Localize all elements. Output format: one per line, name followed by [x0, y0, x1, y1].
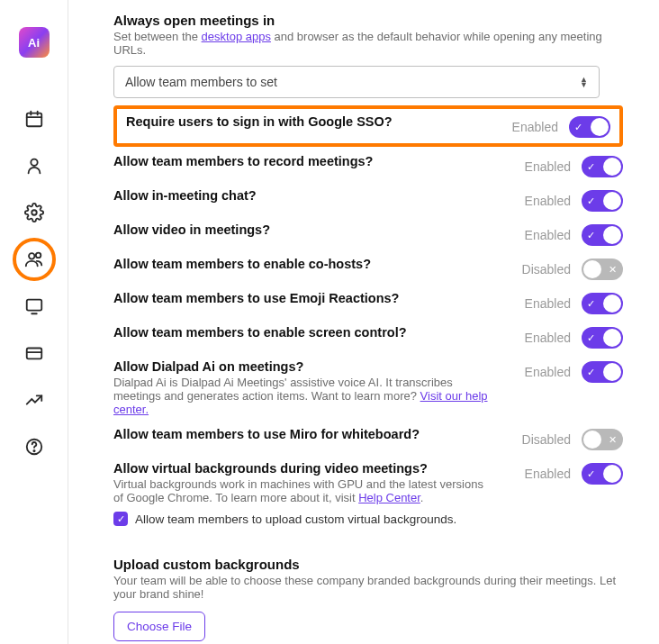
toggle-vbg[interactable]: ✓	[582, 463, 623, 485]
toggle-knob	[603, 295, 621, 313]
setting-row-record: Allow team members to record meetings?En…	[113, 149, 623, 183]
setting-left: Allow video in meetings?	[113, 222, 270, 237]
chevron-updown-icon: ▲▼	[580, 77, 588, 87]
toggle-record[interactable]: ✓	[582, 156, 623, 177]
setting-title-emoji: Allow team members to use Emoji Reaction…	[113, 291, 399, 305]
desktop-apps-link[interactable]: desktop apps	[202, 30, 271, 43]
setting-left: Allow virtual backgrounds during video m…	[113, 461, 492, 526]
toggle-knob	[603, 226, 621, 244]
setting-left: Allow in-meeting chat?	[113, 188, 257, 203]
setting-title-ai: Allow Dialpad Ai on meetings?	[113, 359, 492, 374]
card-icon[interactable]	[13, 331, 56, 375]
monitor-icon[interactable]	[13, 285, 56, 328]
setting-right: Enabled✓	[525, 325, 623, 349]
setting-right: Enabled✓	[525, 154, 623, 177]
user-icon[interactable]	[13, 144, 56, 187]
toggle-knob	[583, 260, 601, 278]
setting-right: Disabled✕	[522, 427, 623, 450]
status-text-emoji: Enabled	[525, 296, 571, 311]
svg-rect-10	[26, 349, 41, 359]
toggle-emoji[interactable]: ✓	[582, 293, 623, 314]
setting-title-chat: Allow in-meeting chat?	[113, 188, 257, 203]
check-icon: ✓	[574, 116, 582, 138]
x-icon: ✕	[609, 429, 617, 450]
setting-right: Enabled✓	[525, 188, 623, 212]
toggle-sso[interactable]: ✓	[569, 116, 610, 138]
toggle-video[interactable]: ✓	[582, 224, 623, 246]
check-icon: ✓	[587, 293, 595, 314]
setting-title-vbg: Allow virtual backgrounds during video m…	[113, 461, 492, 476]
upload-section: Upload custom backgrounds Your team will…	[113, 557, 623, 641]
setting-title-video: Allow video in meetings?	[113, 222, 270, 237]
setting-right: Enabled✓	[525, 222, 623, 246]
settings-list: Require users to sign in with Google SSO…	[113, 105, 623, 531]
highlight-sso: Require users to sign in with Google SSO…	[113, 105, 623, 147]
setting-left: Allow team members to enable co-hosts?	[113, 257, 371, 271]
setting-right: Enabled✓	[525, 461, 623, 485]
always-open-subtitle: Set between the desktop apps and browser…	[113, 30, 623, 57]
status-text-ai: Enabled	[525, 365, 571, 379]
setting-title-miro: Allow team members to use Miro for white…	[113, 427, 420, 441]
status-text-cohosts: Disabled	[522, 262, 571, 277]
toggle-miro[interactable]: ✕	[582, 429, 623, 450]
check-icon: ✓	[587, 190, 595, 212]
users-icon[interactable]	[13, 238, 56, 281]
setting-left: Allow Dialpad Ai on meetings?Dialpad Ai …	[113, 359, 492, 416]
toggle-knob	[603, 363, 621, 381]
setting-right: Enabled✓	[512, 114, 610, 138]
setting-desc-vbg: Virtual backgrounds work in machines wit…	[113, 477, 492, 504]
subtitle-pre: Set between the	[113, 30, 202, 43]
setting-right: Disabled✕	[522, 257, 623, 280]
svg-rect-0	[26, 113, 41, 127]
check-icon: ✓	[587, 224, 595, 246]
toggle-screencontrol[interactable]: ✓	[582, 327, 623, 349]
setting-title-cohosts: Allow team members to enable co-hosts?	[113, 257, 371, 271]
status-text-miro: Disabled	[522, 432, 571, 447]
setting-title-record: Allow team members to record meetings?	[113, 154, 373, 168]
setting-desc-ai: Dialpad Ai is Dialpad Ai Meetings' assis…	[113, 376, 492, 416]
setting-left: Allow team members to enable screen cont…	[113, 325, 407, 340]
sidebar: Ai	[0, 0, 68, 644]
app-logo: Ai	[19, 27, 50, 58]
always-open-title: Always open meetings in	[113, 13, 623, 28]
toggle-ai[interactable]: ✓	[582, 361, 623, 383]
check-icon: ✓	[587, 327, 595, 349]
toggle-knob	[583, 431, 601, 449]
select-value: Allow team members to set	[125, 75, 277, 89]
status-text-chat: Enabled	[525, 194, 571, 208]
svg-point-5	[32, 210, 37, 215]
gear-icon[interactable]	[13, 191, 56, 234]
setting-left: Require users to sign in with Google SSO…	[126, 114, 393, 129]
checkbox-label: Allow team members to upload custom virt…	[135, 512, 456, 526]
svg-point-7	[35, 253, 41, 259]
trend-icon[interactable]	[13, 378, 56, 422]
checkbox-vbg[interactable]: ✓	[113, 512, 128, 526]
status-text-video: Enabled	[525, 228, 571, 242]
choose-file-button[interactable]: Choose File	[113, 612, 205, 641]
setting-left: Allow team members to use Emoji Reaction…	[113, 291, 399, 305]
toggle-chat[interactable]: ✓	[582, 190, 623, 212]
check-icon: ✓	[587, 361, 595, 383]
setting-title-screencontrol: Allow team members to enable screen cont…	[113, 325, 407, 340]
toggle-knob	[591, 118, 609, 136]
setting-right: Enabled✓	[525, 291, 623, 314]
setting-row-emoji: Allow team members to use Emoji Reaction…	[113, 286, 623, 320]
desc-post: .	[420, 491, 424, 504]
setting-left: Allow team members to use Miro for white…	[113, 427, 420, 441]
checkbox-row-vbg: ✓Allow team members to upload custom vir…	[113, 512, 492, 526]
x-icon: ✕	[609, 259, 617, 280]
desc-pre: Dialpad Ai is Dialpad Ai Meetings' assis…	[113, 376, 453, 403]
toggle-knob	[603, 465, 621, 483]
calendar-icon[interactable]	[13, 97, 56, 141]
help-icon[interactable]	[13, 425, 56, 468]
check-icon: ✓	[587, 463, 595, 485]
setting-left: Allow team members to record meetings?	[113, 154, 373, 168]
open-meetings-select[interactable]: Allow team members to set ▲▼	[113, 66, 600, 98]
setting-row-ai: Allow Dialpad Ai on meetings?Dialpad Ai …	[113, 354, 623, 422]
svg-point-6	[29, 253, 34, 259]
setting-row-cohosts: Allow team members to enable co-hosts?Di…	[113, 251, 623, 286]
toggle-cohosts[interactable]: ✕	[582, 259, 623, 280]
desc-link-vbg[interactable]: Help Center	[358, 491, 420, 504]
setting-row-sso: Require users to sign in with Google SSO…	[126, 114, 610, 138]
svg-rect-8	[26, 300, 41, 311]
